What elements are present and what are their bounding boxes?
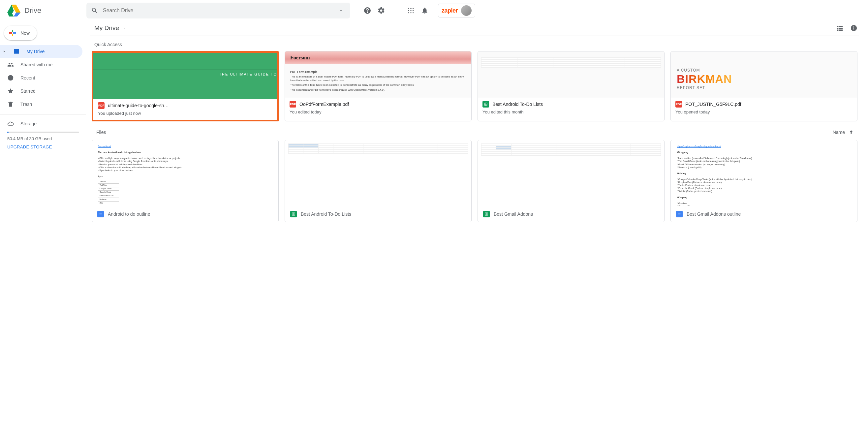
file-card[interactable]: https://zapier.com/blog/best-gmail-add-o…	[671, 140, 858, 222]
sidebar-item-recent[interactable]: Recent	[0, 71, 83, 85]
file-thumbnail: THE ULTIMATE GUIDE TO	[93, 53, 277, 99]
svg-rect-15	[854, 26, 854, 27]
svg-point-12	[412, 12, 413, 13]
sidebar-item-label: Recent	[21, 75, 35, 81]
file-thumbnail: https://zapier.com/blog/best-gmail-add-o…	[671, 140, 857, 206]
sheets-icon	[290, 211, 297, 217]
file-card[interactable]: Best Android To-Do Lists	[285, 140, 472, 222]
file-thumbnail: Foersom PDF Form Example This is an exam…	[285, 52, 471, 98]
file-name: Best Gmail Addons	[494, 212, 533, 217]
svg-point-7	[408, 10, 409, 11]
svg-rect-21	[100, 215, 101, 215]
quick-access-card[interactable]: Best Android To-Do Lists You edited this…	[477, 51, 664, 121]
file-name: ultimate-guide-to-google-sh…	[108, 103, 168, 108]
sidebar-item-starred[interactable]: Starred	[0, 85, 83, 98]
storage-usage-bar	[7, 132, 79, 133]
file-subtext: You opened today	[675, 109, 852, 115]
zapier-label: zapier	[442, 7, 458, 14]
file-subtext: You edited today	[289, 109, 467, 115]
quick-access-heading: Quick Access	[94, 42, 859, 47]
file-name: Best Android To-Do Lists	[301, 212, 351, 217]
svg-rect-30	[678, 215, 680, 215]
svg-point-11	[410, 12, 411, 13]
help-icon[interactable]	[364, 7, 371, 14]
file-name: OoPdfFormExample.pdf	[300, 102, 349, 107]
file-thumbnail	[285, 140, 471, 206]
quick-access-card[interactable]: Foersom PDF Form Example This is an exam…	[285, 51, 472, 121]
details-info-icon[interactable]	[850, 24, 858, 32]
file-subtext: You edited this month	[483, 109, 659, 115]
files-heading: Files	[92, 130, 106, 135]
file-thumbnail	[478, 52, 664, 98]
quick-access-card[interactable]: THE ULTIMATE GUIDE TO PDF ultimate-guide…	[92, 51, 279, 121]
file-thumbnail: Spreadsheet The best Android to do list …	[92, 140, 278, 206]
file-name: Android to do outline	[108, 212, 150, 217]
search-bar[interactable]	[86, 3, 350, 19]
file-name: POT_JUSTIN_G5F9LC.pdf	[685, 102, 741, 107]
sort-label: Name	[833, 130, 845, 135]
app-name: Drive	[24, 6, 41, 15]
user-avatar[interactable]	[461, 5, 472, 16]
settings-gear-icon[interactable]	[377, 7, 385, 14]
sort-by-name[interactable]: Name	[833, 129, 858, 135]
storage-usage-text: 50.4 MB of 30 GB used	[7, 136, 79, 141]
sidebar-item-label: Trash	[21, 102, 32, 107]
svg-point-6	[412, 8, 413, 9]
storage-label-text: Storage	[21, 121, 37, 126]
svg-rect-14	[854, 27, 854, 29]
sort-ascending-arrow-icon[interactable]	[848, 129, 854, 135]
sidebar: New My Drive Shared with me Recent Starr…	[0, 21, 86, 229]
sidebar-item-label: Shared with me	[21, 62, 53, 67]
trash-icon	[7, 101, 14, 107]
zapier-account-badge[interactable]: zapier	[438, 4, 475, 18]
sidebar-item-label: Starred	[21, 88, 36, 94]
search-options-dropdown-icon[interactable]	[336, 8, 346, 12]
file-card[interactable]: Best Gmail Addons	[477, 140, 664, 222]
svg-marker-1	[14, 12, 21, 17]
sidebar-item-mydrive[interactable]: My Drive	[0, 45, 83, 58]
recent-clock-icon	[7, 74, 14, 81]
new-button[interactable]: New	[4, 26, 37, 40]
docs-icon	[97, 211, 104, 217]
sidebar-item-trash[interactable]: Trash	[0, 98, 83, 111]
shared-icon	[7, 61, 14, 68]
apps-grid-icon[interactable]	[407, 7, 415, 14]
sidebar-item-shared[interactable]: Shared with me	[0, 58, 83, 71]
sidebar-divider	[0, 114, 86, 115]
svg-point-5	[410, 8, 411, 9]
svg-rect-28	[678, 213, 681, 213]
list-view-icon[interactable]	[836, 24, 844, 32]
expand-caret-icon[interactable]	[3, 50, 7, 53]
pdf-icon: PDF	[98, 102, 104, 109]
file-name: Best Android To-Do Lists	[492, 102, 543, 107]
svg-point-9	[412, 10, 413, 11]
pdf-icon: PDF	[675, 101, 682, 107]
sidebar-item-label: My Drive	[26, 49, 44, 54]
svg-point-4	[408, 8, 409, 9]
file-name: Best Gmail Addons outline	[687, 212, 741, 217]
drive-logo-icon	[7, 4, 21, 17]
mydrive-icon	[13, 48, 20, 55]
breadcrumb-dropdown-icon[interactable]	[122, 26, 126, 30]
file-subtext: You uploaded just now	[98, 111, 272, 116]
search-icon	[91, 7, 98, 14]
notifications-bell-icon[interactable]	[421, 7, 429, 14]
plus-icon	[8, 29, 17, 37]
svg-rect-29	[678, 214, 681, 214]
svg-point-10	[408, 12, 409, 13]
svg-rect-20	[100, 214, 102, 214]
drive-logo-section[interactable]: Drive	[4, 4, 86, 17]
breadcrumb[interactable]: My Drive	[94, 24, 126, 32]
sheets-icon	[483, 101, 489, 107]
file-thumbnail	[478, 140, 664, 206]
file-card[interactable]: Spreadsheet The best Android to do list …	[92, 140, 279, 222]
docs-icon	[676, 211, 683, 217]
breadcrumb-root: My Drive	[94, 24, 119, 32]
file-thumbnail: A CUSTOM BIRKMAN REPORT SET	[671, 52, 857, 98]
cloud-icon	[7, 120, 14, 127]
svg-rect-19	[100, 213, 102, 213]
upgrade-storage-link[interactable]: UPGRADE STORAGE	[7, 145, 79, 149]
sidebar-item-storage[interactable]: Storage	[7, 120, 79, 127]
search-input[interactable]	[103, 8, 336, 13]
quick-access-card[interactable]: A CUSTOM BIRKMAN REPORT SET PDF POT_JUST…	[671, 51, 858, 121]
